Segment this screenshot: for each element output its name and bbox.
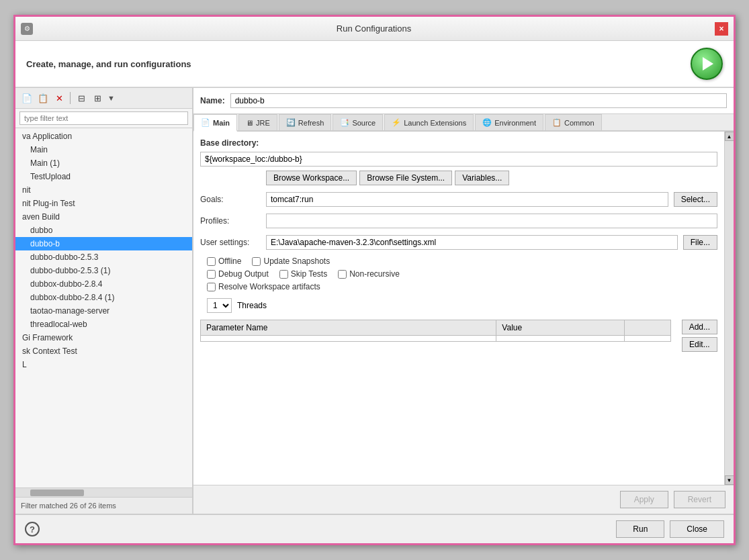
checkbox-row-3: Resolve Workspace artifacts — [207, 282, 717, 291]
base-dir-input[interactable] — [200, 152, 717, 167]
tab-source[interactable]: 📑 Source — [333, 114, 383, 130]
tab-main-label: Main — [213, 119, 230, 127]
checkboxes-area: Offline Update Snapshots Debug Output — [207, 256, 717, 291]
tab-refresh[interactable]: 🔄 Refresh — [279, 114, 332, 130]
skip-tests-label: Skip Tests — [291, 269, 327, 279]
params-table: Parameter Name Value — [200, 320, 671, 342]
run-icon-button[interactable] — [691, 48, 723, 80]
list-item[interactable]: taotao-manage-server — [15, 304, 192, 318]
list-item[interactable]: va Application — [15, 130, 192, 143]
cell-value — [496, 336, 624, 342]
right-panel: Name: 📄 Main 🖥 JRE 🔄 Refresh 📑 — [193, 88, 734, 514]
close-icon[interactable]: × — [715, 22, 728, 36]
collapse-all-button[interactable]: ⊟ — [74, 91, 89, 105]
offline-checkbox-wrap[interactable]: Offline — [207, 256, 241, 266]
list-item[interactable]: Gi Framework — [15, 331, 192, 344]
jre-tab-icon: 🖥 — [246, 119, 253, 127]
delete-config-button[interactable]: ✕ — [52, 91, 67, 105]
variables-button[interactable]: Variables... — [455, 171, 509, 185]
update-snapshots-checkbox-wrap[interactable]: Update Snapshots — [252, 256, 330, 266]
list-item[interactable]: sk Context Test — [15, 344, 192, 358]
update-snapshots-checkbox[interactable] — [252, 257, 261, 266]
debug-output-checkbox-wrap[interactable]: Debug Output — [207, 269, 269, 279]
list-item[interactable]: L — [15, 358, 192, 371]
apply-revert-bar: Apply Revert — [193, 485, 734, 514]
tab-main[interactable]: 📄 Main — [193, 114, 237, 132]
skip-tests-checkbox-wrap[interactable]: Skip Tests — [279, 269, 327, 279]
goals-label: Goals: — [200, 195, 261, 204]
add-button[interactable]: Add... — [682, 320, 717, 334]
list-item[interactable]: dubbo-dubbo-2.5.3 (1) — [15, 264, 192, 277]
tab-jre-label: JRE — [256, 119, 270, 127]
browse-buttons: Browse Workspace... Browse File System..… — [266, 171, 717, 185]
non-recursive-checkbox[interactable] — [338, 270, 347, 279]
list-item[interactable]: Main — [15, 143, 192, 156]
tab-common[interactable]: 📋 Common — [545, 114, 602, 130]
apply-button[interactable]: Apply — [620, 491, 668, 508]
tab-launch-extensions[interactable]: ⚡ Launch Extensions — [384, 114, 474, 130]
new-config-button[interactable]: 📄 — [19, 91, 34, 105]
name-row: Name: — [193, 88, 734, 114]
list-item[interactable]: TestUpload — [15, 170, 192, 183]
name-input[interactable] — [230, 93, 727, 108]
non-recursive-checkbox-wrap[interactable]: Non-recursive — [338, 269, 400, 279]
filter-dropdown[interactable]: ▼ — [107, 94, 115, 102]
revert-button[interactable]: Revert — [674, 491, 725, 508]
goals-input[interactable] — [266, 192, 668, 207]
offline-checkbox[interactable] — [207, 257, 216, 266]
tab-launch-label: Launch Extensions — [404, 119, 466, 127]
filter-button[interactable]: ⊞ — [90, 91, 105, 105]
tab-refresh-label: Refresh — [298, 119, 324, 127]
checkbox-row-2: Debug Output Skip Tests Non-recursive — [207, 269, 717, 279]
run-button[interactable]: Run — [616, 520, 664, 538]
filter-input[interactable] — [19, 111, 188, 125]
list-item[interactable]: dubbox-dubbo-2.8.4 — [15, 277, 192, 291]
checkbox-row-1: Offline Update Snapshots — [207, 256, 717, 266]
dialog-icon: ⚙ — [21, 23, 33, 35]
tab-environment[interactable]: 🌐 Environment — [475, 114, 543, 130]
file-button[interactable]: File... — [683, 235, 717, 250]
hscroll-thumb[interactable] — [30, 489, 84, 496]
environment-tab-icon: 🌐 — [482, 118, 492, 127]
name-label: Name: — [200, 96, 225, 105]
list-item[interactable]: nit — [15, 183, 192, 197]
select-button[interactable]: Select... — [674, 192, 717, 207]
edit-button[interactable]: Edit... — [682, 337, 717, 352]
horizontal-scrollbar[interactable] — [15, 487, 192, 497]
scroll-track[interactable] — [725, 141, 734, 475]
browse-workspace-button[interactable]: Browse Workspace... — [266, 171, 357, 185]
skip-tests-checkbox[interactable] — [279, 270, 288, 279]
col-parameter-name: Parameter Name — [201, 320, 496, 336]
vertical-scrollbar[interactable]: ▲ ▼ — [724, 132, 734, 485]
list-item[interactable]: dubbo — [15, 224, 192, 237]
table-row — [201, 336, 671, 342]
debug-output-checkbox[interactable] — [207, 270, 216, 279]
scroll-up-button[interactable]: ▲ — [725, 132, 734, 141]
list-item[interactable]: dubbo-dubbo-2.5.3 — [15, 250, 192, 264]
tab-environment-label: Environment — [494, 119, 536, 127]
help-button[interactable]: ? — [25, 522, 40, 536]
profiles-input[interactable] — [266, 214, 717, 228]
browse-filesystem-button[interactable]: Browse File System... — [359, 171, 452, 185]
cell-extra — [624, 336, 670, 342]
resolve-workspace-checkbox-wrap[interactable]: Resolve Workspace artifacts — [207, 282, 320, 291]
list-item[interactable]: dubbox-dubbo-2.8.4 (1) — [15, 291, 192, 304]
tab-jre[interactable]: 🖥 JRE — [238, 114, 277, 130]
cell-param-name — [201, 336, 496, 342]
debug-output-label: Debug Output — [218, 269, 269, 279]
tab-common-label: Common — [564, 119, 594, 127]
resolve-workspace-checkbox[interactable] — [207, 283, 216, 291]
copy-config-button[interactable]: 📋 — [36, 91, 50, 105]
tab-source-label: Source — [352, 119, 376, 127]
list-item[interactable]: Main (1) — [15, 156, 192, 170]
source-tab-icon: 📑 — [340, 118, 349, 127]
list-item[interactable]: aven Build — [15, 210, 192, 224]
threads-select[interactable]: 1 2 4 — [207, 298, 232, 313]
list-item-selected[interactable]: dubbo-b — [15, 237, 192, 250]
close-button[interactable]: Close — [670, 520, 724, 538]
user-settings-input[interactable] — [266, 235, 678, 250]
list-item[interactable]: nit Plug-in Test — [15, 197, 192, 210]
list-item[interactable]: threadlocal-web — [15, 318, 192, 331]
scroll-down-button[interactable]: ▼ — [725, 475, 734, 485]
filter-status: Filter matched 26 of 26 items — [15, 497, 192, 514]
